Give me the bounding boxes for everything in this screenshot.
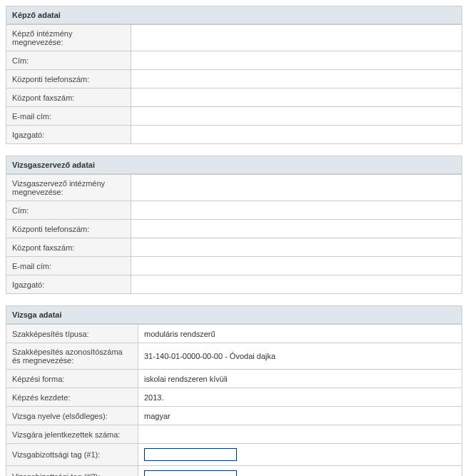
label-vsz-fax: Központ faxszám: [6,238,131,256]
label-kepzo-intezmeny: Képző intézmény megnevezése: [6,25,131,51]
row-vizsga-tipus: Szakképesítés típusa: moduláris rendszer… [6,324,462,343]
input-vizsgabizottsagi-tag-1[interactable] [144,448,237,461]
row-kepzo-cim: Cím: [6,51,462,69]
value-vsz-igazgato [131,275,462,293]
label-vizsga-kezdet: Képzés kezdete: [6,388,138,406]
row-vizsga-jelentkezettek: Vizsgára jelentkezettek száma: [6,425,462,443]
label-vizsga-forma: Képzési forma: [6,370,138,388]
value-kepzo-igazgato [131,126,462,143]
value-kepzo-fax [131,88,462,106]
value-vizsga-kezdet: 2013. [138,388,462,406]
value-vizsga-forma: iskolai rendszeren kívüli [138,370,462,388]
value-vizsga-azonosito: 31-140-01-0000-00-00 - Óvodai dajka [138,343,462,369]
row-vsz-fax: Központ faxszám: [6,238,462,256]
row-vizsga-nyelv: Vizsga nyelve (elsődleges): magyar [6,406,462,425]
row-vizsga-tag1: Vizsgabizottsági tag (#1): [6,443,462,465]
value-vsz-telefon [131,220,462,238]
label-kepzo-cim: Cím: [6,51,131,69]
label-vsz-telefon: Központi telefonszám: [6,220,131,238]
label-vizsga-tag1: Vizsgabizottsági tag (#1): [6,444,138,465]
row-vsz-igazgato: Igazgató: [6,275,462,293]
label-vsz-igazgato: Igazgató: [6,275,131,293]
label-vizsga-jelentkezettek: Vizsgára jelentkezettek száma: [6,425,138,443]
value-kepzo-intezmeny [131,25,462,51]
value-vizsga-jelentkezettek [138,425,462,443]
label-vsz-intezmeny: Vizsgaszervező intézmény megnevezése: [6,175,131,201]
row-vsz-email: E-mail cím: [6,256,462,275]
value-vizsga-nyelv: magyar [138,407,462,425]
label-vizsga-azonosito: Szakképesítés azonosítószáma és megnevez… [6,343,138,369]
section-kepzo: Képző adatai Képző intézmény megnevezése… [6,6,462,144]
label-vizsga-tipus: Szakképesítés típusa: [6,325,138,343]
label-vizsga-tag2: Vizsgabizottsági tag (#2): [6,466,138,476]
value-vsz-email [131,257,462,275]
row-vizsga-kezdet: Képzés kezdete: 2013. [6,388,462,406]
row-vizsga-azonosito: Szakképesítés azonosítószáma és megnevez… [6,343,462,369]
label-kepzo-telefon: Központi telefonszám: [6,70,131,88]
value-vsz-cim [131,201,462,219]
value-cell-vizsga-tag2 [138,466,462,476]
section-header-vizsga: Vizsga adatai [6,306,462,324]
value-vsz-fax [131,238,462,256]
value-vizsga-tipus: moduláris rendszerű [138,325,462,343]
value-cell-vizsga-tag1 [138,444,462,465]
row-vizsga-tag2: Vizsgabizottsági tag (#2): [6,465,462,476]
label-vizsga-nyelv: Vizsga nyelve (elsődleges): [6,407,138,425]
row-kepzo-email: E-mail cím: [6,106,462,125]
row-vsz-telefon: Központi telefonszám: [6,219,462,238]
value-kepzo-telefon [131,70,462,88]
label-kepzo-igazgato: Igazgató: [6,126,131,143]
label-kepzo-email: E-mail cím: [6,107,131,125]
label-kepzo-fax: Központ faxszám: [6,88,131,106]
value-vsz-intezmeny [131,175,462,201]
row-vizsga-forma: Képzési forma: iskolai rendszeren kívüli [6,369,462,388]
section-header-vizsgaszervezo: Vizsgaszervező adatai [6,156,462,174]
section-header-kepzo: Képző adatai [6,6,462,24]
label-vsz-email: E-mail cím: [6,257,131,275]
input-vizsgabizottsagi-tag-2[interactable] [144,470,237,476]
label-vsz-cim: Cím: [6,201,131,219]
section-vizsgaszervezo: Vizsgaszervező adatai Vizsgaszervező int… [6,156,462,294]
row-kepzo-igazgato: Igazgató: [6,125,462,143]
row-kepzo-telefon: Központi telefonszám: [6,69,462,88]
section-vizsga: Vizsga adatai Szakképesítés típusa: modu… [6,305,462,476]
row-vsz-cim: Cím: [6,201,462,219]
value-kepzo-email [131,107,462,125]
row-kepzo-fax: Központ faxszám: [6,88,462,106]
row-kepzo-intezmeny: Képző intézmény megnevezése: [6,24,462,51]
value-kepzo-cim [131,51,462,69]
row-vsz-intezmeny: Vizsgaszervező intézmény megnevezése: [6,174,462,201]
